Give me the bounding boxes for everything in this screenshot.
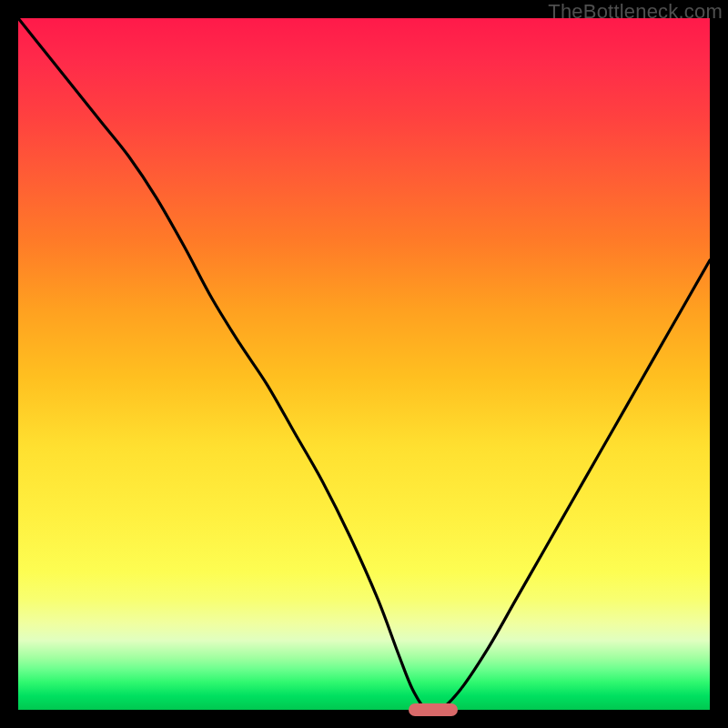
bottleneck-curve xyxy=(18,18,710,710)
minimum-marker xyxy=(409,703,458,716)
curve-svg xyxy=(18,18,710,710)
watermark-text: TheBottleneck.com xyxy=(548,0,723,24)
chart-container: TheBottleneck.com xyxy=(0,0,728,728)
plot-area xyxy=(18,18,710,710)
